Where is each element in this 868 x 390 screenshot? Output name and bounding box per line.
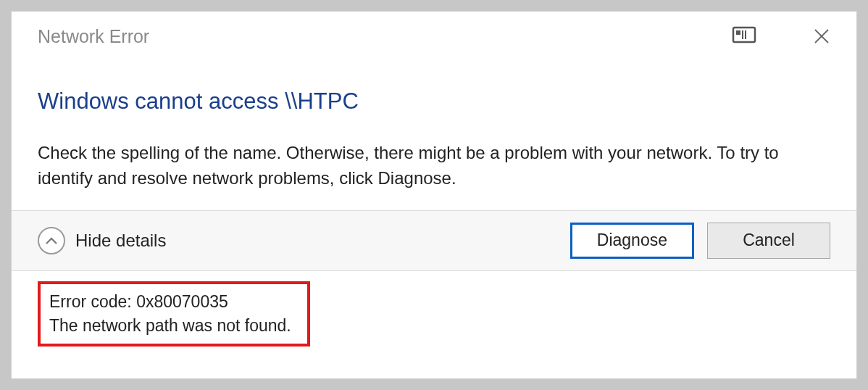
titlebar: Network Error	[12, 12, 856, 57]
details-toggle-label: Hide details	[75, 231, 166, 251]
monitor-icon	[732, 26, 756, 46]
error-heading: Windows cannot access \\HTPC	[38, 88, 830, 115]
dialog-footer: Hide details Diagnose Cancel	[12, 210, 856, 270]
details-toggle[interactable]: Hide details	[38, 227, 166, 254]
svg-rect-2	[742, 30, 743, 39]
dialog-title: Network Error	[38, 26, 732, 47]
dialog-content: Windows cannot access \\HTPC Check the s…	[12, 57, 856, 210]
svg-rect-1	[736, 30, 740, 35]
diagnose-button[interactable]: Diagnose	[570, 223, 694, 259]
svg-rect-3	[745, 30, 746, 39]
error-code-box: Error code: 0x80070035 The network path …	[38, 281, 310, 347]
network-error-dialog: Network Error	[11, 11, 857, 379]
close-button[interactable]	[807, 22, 836, 51]
details-panel: Error code: 0x80070035 The network path …	[12, 270, 856, 373]
error-message-line: The network path was not found.	[49, 314, 291, 338]
error-description: Check the spelling of the name. Otherwis…	[38, 141, 830, 191]
chevron-up-icon	[38, 227, 65, 254]
error-code-line: Error code: 0x80070035	[49, 290, 291, 314]
cancel-button[interactable]: Cancel	[707, 223, 830, 259]
